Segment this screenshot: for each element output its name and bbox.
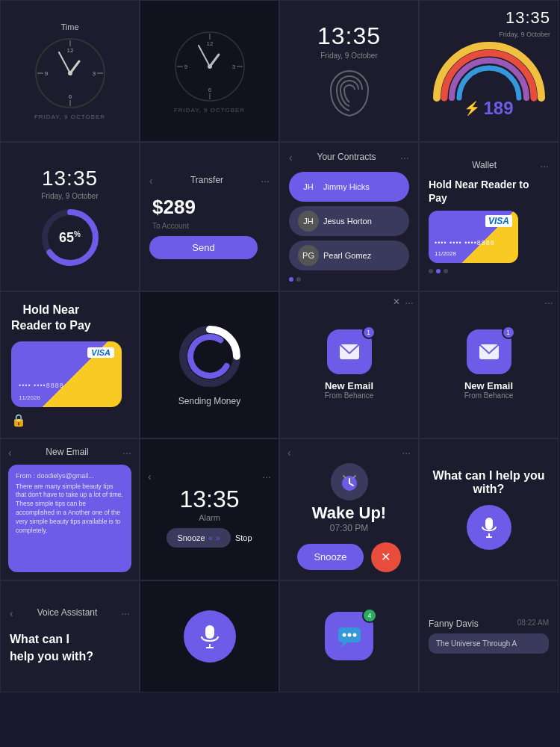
svg-line-9 <box>70 61 79 73</box>
dot-2 <box>296 277 301 282</box>
email-badge-4: 1 <box>502 326 515 339</box>
va-title: Voice Assistant <box>37 607 98 619</box>
alarm-dots: ··· <box>262 471 271 483</box>
wallet-dots-indicator <box>429 269 448 273</box>
card-expiry-large: 11/2028 <box>19 394 40 401</box>
wakeup-nav-left: ‹ <box>287 447 291 459</box>
chat-app-icon-wrap: 4 <box>325 612 373 660</box>
wallet-dot-1 <box>429 269 433 273</box>
transfer-dots: ··· <box>261 175 270 187</box>
row-5: ‹ Voice Assistant ··· What can Ihelp you… <box>0 580 560 692</box>
chat-sender-name: Fanny Davis <box>429 619 479 629</box>
va-nav-left: ‹ <box>10 607 13 619</box>
email-notif-icon-3: 1 <box>327 329 372 374</box>
avatar-3: PG <box>298 245 319 266</box>
row-2: 13:35 Friday, 9 October 65% ‹ Transfer ·… <box>0 142 560 291</box>
wakeup-buttons: Snooze ✕ <box>297 542 400 572</box>
battery-value: 189 <box>483 98 513 119</box>
alarm-buttons: Snooze « » Stop <box>167 528 252 548</box>
va-dots: ··· <box>121 607 130 619</box>
stop-button[interactable]: Stop <box>235 533 252 542</box>
cell-analog-clock-2: 12 3 6 9 FRIDAY, 9 OCTOBER <box>140 0 279 142</box>
row-1: Time 12 3 6 9 FRIDAY, 9 OCTOBER <box>0 0 560 142</box>
cell-new-email-3: ✕ ··· 1 New Email From Behance <box>279 291 419 438</box>
send-button[interactable]: Send <box>149 236 258 259</box>
mic-button-mini[interactable] <box>467 505 511 550</box>
svg-point-23 <box>208 64 212 69</box>
snooze-button[interactable]: Snooze « » <box>167 528 231 548</box>
svg-line-34 <box>343 476 346 478</box>
cell-email-body: ‹ New Email ··· From : doodielys@gmail..… <box>0 438 140 580</box>
visa-logo: VISA <box>485 215 512 227</box>
contact-item-1[interactable]: JH Jimmy Hicks <box>289 172 409 202</box>
alarm-clock-icon <box>339 471 360 492</box>
more-dots-3[interactable]: ··· <box>405 297 414 309</box>
voice-assistant-header: ‹ Voice Assistant ··· <box>10 607 130 619</box>
cell-analog-clock-1: Time 12 3 6 9 FRIDAY, 9 OCTOBER <box>0 0 140 142</box>
email-notif-icon-4: 1 <box>467 329 511 374</box>
avatar-1: JH <box>298 176 319 197</box>
new-email-title-4: New Email <box>464 380 513 391</box>
svg-text:6: 6 <box>68 93 72 100</box>
svg-rect-39 <box>205 625 214 639</box>
cell-chat-notification: Fanny Davis 08:22 AM The Universe Throug… <box>419 580 559 692</box>
cell-new-email-4: ··· 1 New Email From Behance <box>419 291 559 438</box>
spinner-svg <box>176 323 243 390</box>
digital-date-rainbow: Friday, 9 October <box>499 31 550 38</box>
cell-transfer: ‹ Transfer ··· $289 To Account Send <box>140 142 279 291</box>
cell-sending-money: Sending Money <box>140 291 279 438</box>
transfer-to: To Account <box>149 222 189 230</box>
wallet-dot-3 <box>444 269 448 273</box>
email-icon-4 <box>479 344 500 360</box>
stop-red-button[interactable]: ✕ <box>371 542 401 572</box>
sending-money-label: Sending Money <box>178 396 240 406</box>
contact-item-3[interactable]: PG Pearl Gomez <box>289 241 409 270</box>
row-3: Hold NearReader to Pay VISA •••• ••••888… <box>0 291 560 438</box>
email-nav-left: ‹ <box>8 447 12 459</box>
clock-title-label: Time <box>60 22 78 31</box>
mic-icon-mini <box>481 517 497 538</box>
svg-text:9: 9 <box>184 63 187 70</box>
cell-wallet: Wallet ··· Hold Near Reader to Pay VISA … <box>419 142 559 291</box>
cell-contracts: ‹ Your Contracts ··· JH Jimmy Hicks JH J… <box>279 142 419 291</box>
wallet-dot-2 <box>436 269 441 273</box>
digital-date-2: Friday, 9 October <box>41 192 99 200</box>
digital-time-1: 13:35 <box>317 22 381 50</box>
close-icon-3[interactable]: ✕ <box>393 297 400 307</box>
transfer-title: Transfer <box>190 175 223 187</box>
email-body-text: There are many simple beauty tips that d… <box>16 483 124 536</box>
wakeup-header: ‹ ··· <box>287 447 411 459</box>
card-number-large: •••• ••••8888 <box>19 382 64 389</box>
contact-item-2[interactable]: JH Jesus Horton <box>289 206 409 236</box>
svg-point-45 <box>347 633 351 636</box>
contracts-title: Your Contracts <box>317 152 376 164</box>
wake-up-title: Wake Up! <box>312 503 386 523</box>
contracts-header: ‹ Your Contracts ··· <box>289 152 409 164</box>
chat-notif-header: Fanny Davis 08:22 AM <box>429 619 549 629</box>
analog-clock-date-1: FRIDAY, 9 OCTOBER <box>34 114 105 120</box>
transfer-amount: $289 <box>149 196 196 219</box>
svg-line-10 <box>59 52 70 73</box>
digital-time-rainbow: 13:35 <box>505 8 550 28</box>
wallet-large-hold-text: Hold NearReader to Pay <box>11 303 91 334</box>
visa-card-large: VISA •••• ••••8888 11/2028 <box>11 341 122 407</box>
cell-voice-assistant-mini: What can I help you with? <box>419 438 559 580</box>
chat-message-bubble: The Universe Through A <box>429 633 549 654</box>
email-body-header: ‹ New Email ··· <box>8 447 131 459</box>
email-badge-3: 1 <box>362 326 376 339</box>
lightning-icon: ⚡ <box>464 100 480 117</box>
wallet-title: Wallet <box>472 160 497 172</box>
mic-button-large[interactable] <box>184 610 236 663</box>
more-dots-4[interactable]: ··· <box>544 297 553 309</box>
svg-text:12: 12 <box>66 47 73 54</box>
card-number: •••• •••• ••••8888 <box>435 239 495 247</box>
snooze-big-button[interactable]: Snooze <box>297 544 363 570</box>
email-nav-title: New Email <box>46 447 88 459</box>
svg-point-11 <box>68 71 72 75</box>
transfer-header: ‹ Transfer ··· <box>149 175 270 187</box>
svg-marker-43 <box>340 642 348 648</box>
contact-name-3: Pearl Gomez <box>323 251 371 260</box>
chevron-right-icon: » <box>216 533 220 542</box>
new-email-title-3: New Email <box>325 380 373 391</box>
alarm-time-display: 13:35 <box>179 486 239 513</box>
